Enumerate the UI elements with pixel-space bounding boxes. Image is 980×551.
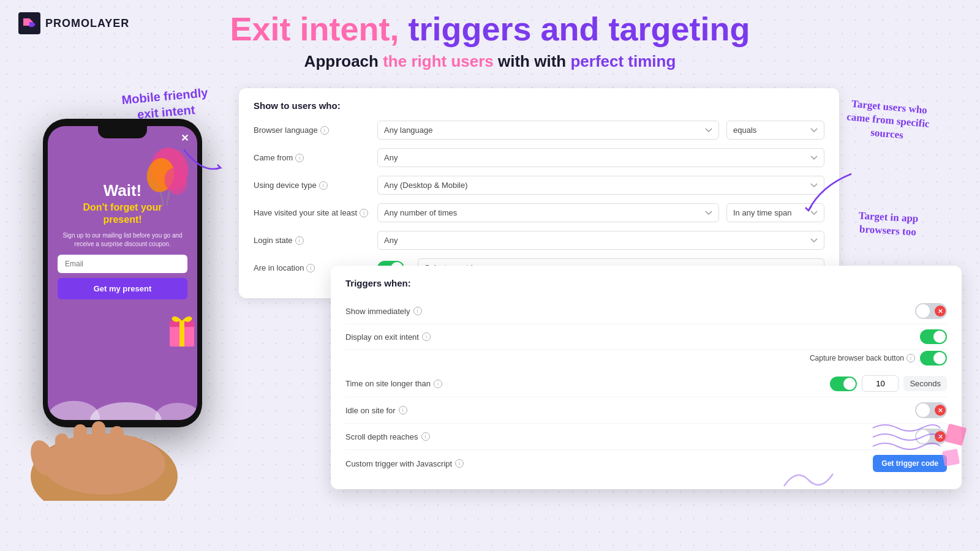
- svg-rect-20: [944, 424, 967, 446]
- phone-close-btn[interactable]: ✕: [181, 132, 189, 144]
- info-icon-back-button[interactable]: i: [907, 354, 915, 362]
- select-visit-count[interactable]: Any number of times: [377, 203, 719, 222]
- toggle-idle[interactable]: ✕: [915, 402, 947, 418]
- phone-desc: Sign up to our mailing list before you g…: [58, 231, 187, 249]
- info-icon-location[interactable]: i: [306, 264, 315, 272]
- info-icon-custom[interactable]: i: [455, 459, 464, 468]
- svg-rect-18: [129, 437, 140, 470]
- form-row-device-type: Using device type i Any (Desktop & Mobil…: [254, 176, 824, 195]
- users-panel-title: Show to users who:: [254, 100, 824, 111]
- wavy-decoration: [870, 419, 943, 455]
- info-icon-device[interactable]: i: [319, 181, 328, 190]
- phone-section: Mobile friendlyexit intent: [18, 94, 227, 427]
- info-icon-scroll-depth[interactable]: i: [421, 432, 430, 441]
- toggle-idle-controls: ✕: [915, 402, 947, 418]
- trigger-row-scroll-depth: Scroll depth reaches i ✕: [345, 424, 947, 450]
- toggle-show-immediately[interactable]: ✕: [915, 303, 947, 319]
- form-row-browser-language: Browser language i Any language equals: [254, 121, 824, 140]
- cloud-decoration: [48, 381, 197, 421]
- main-title: Exit intent, triggers and targeting: [0, 11, 980, 47]
- svg-rect-16: [92, 421, 105, 470]
- info-icon-exit-intent[interactable]: i: [422, 332, 431, 341]
- subtitle: Approach the right users with with perfe…: [0, 52, 980, 71]
- toggle-exit-intent-controls: [920, 329, 947, 344]
- trigger-row-time-on-site: Time on site longer than i Seconds: [345, 370, 947, 397]
- toggle-back-button[interactable]: [920, 351, 947, 365]
- trigger-row-custom-trigger: Custom trigger with Javascript i Get tri…: [345, 450, 947, 477]
- select-device[interactable]: Any (Desktop & Mobile): [377, 176, 824, 195]
- label-visited: Have visited your site at least i: [254, 208, 370, 217]
- phone-notch: [98, 126, 147, 138]
- toggle-time-controls: Seconds: [830, 375, 947, 392]
- svg-line-4: [167, 190, 170, 206]
- svg-point-19: [26, 437, 59, 479]
- logo: PROMOLAYER: [18, 12, 129, 34]
- subtitle-purple: perfect timing: [570, 52, 676, 70]
- time-input[interactable]: [862, 375, 899, 392]
- svg-rect-21: [942, 449, 960, 467]
- content-area: Mobile friendlyexit intent: [0, 76, 980, 504]
- annotation-target-app: Target in appbrowsers too: [826, 208, 950, 241]
- trigger-label-idle: Idle on site for i: [345, 406, 407, 415]
- label-back-button: Capture browser back button i: [810, 354, 915, 362]
- svg-point-12: [31, 433, 178, 501]
- custom-trigger-controls: Get trigger code: [873, 455, 947, 472]
- phone-email-input[interactable]: [58, 255, 187, 273]
- triggers-panel: Triggers when: Show immediately i ✕: [331, 266, 962, 489]
- info-icon-visited[interactable]: i: [360, 209, 368, 217]
- phone-screen: ✕ Wait! Don't forget your present! Sign …: [48, 126, 197, 420]
- subtitle-bold: with: [534, 52, 566, 70]
- info-icon-time-on-site[interactable]: i: [434, 380, 442, 388]
- logo-icon: [18, 12, 40, 34]
- trigger-label-time-on-site: Time on site longer than i: [345, 379, 442, 388]
- form-row-came-from: Came from i Any: [254, 148, 824, 167]
- label-browser-language: Browser language i: [254, 126, 370, 135]
- svg-point-11: [155, 403, 197, 421]
- trigger-label-show-immediately: Show immediately i: [345, 307, 422, 316]
- logo-text: PROMOLAYER: [45, 17, 129, 30]
- select-login-state[interactable]: Any: [377, 231, 824, 250]
- form-row-login-state: Login state i Any: [254, 231, 824, 250]
- toggle-exit-intent[interactable]: [920, 329, 947, 344]
- svg-rect-17: [110, 426, 124, 470]
- svg-rect-15: [74, 424, 87, 470]
- phone-cta-button[interactable]: Get my present: [58, 278, 187, 299]
- select-language[interactable]: Any language: [377, 121, 719, 140]
- label-login-state: Login state i: [254, 236, 370, 245]
- get-trigger-code-button[interactable]: Get trigger code: [873, 455, 947, 472]
- info-icon-idle[interactable]: i: [399, 406, 407, 414]
- svg-point-10: [90, 402, 162, 421]
- sub-row-back-button: Capture browser back button i: [345, 350, 947, 370]
- title-purple: triggers and targeting: [408, 10, 750, 47]
- trigger-label-scroll-depth: Scroll depth reaches i: [345, 432, 430, 441]
- trigger-label-custom: Custom trigger with Javascript i: [345, 459, 464, 468]
- bottom-wavy-decoration: [778, 443, 839, 492]
- annotation-target-sources: Target users whocame from specificsource…: [820, 95, 957, 147]
- triggers-panel-title: Triggers when:: [345, 278, 947, 288]
- svg-point-13: [43, 433, 165, 495]
- trigger-row-show-immediately: Show immediately i ✕: [345, 298, 947, 324]
- title-pink: Exit intent,: [230, 10, 399, 47]
- info-icon-came-from[interactable]: i: [295, 154, 304, 162]
- svg-line-5: [160, 192, 164, 206]
- label-device-type: Using device type i: [254, 181, 370, 190]
- svg-rect-14: [55, 433, 69, 470]
- mobile-arrow: [178, 143, 227, 180]
- subtitle-pink: the right users: [383, 52, 494, 70]
- select-equals[interactable]: equals: [726, 121, 824, 140]
- toggle-time-on-site[interactable]: [830, 377, 857, 391]
- subtitle-normal: Approach: [304, 52, 383, 70]
- subtitle-normal2: with: [494, 52, 534, 70]
- info-icon-browser[interactable]: i: [320, 126, 329, 135]
- pink-squares-decoration: [937, 422, 974, 474]
- info-icon-login[interactable]: i: [295, 236, 304, 245]
- select-came-from[interactable]: Any: [377, 148, 824, 167]
- svg-rect-8: [179, 321, 184, 347]
- trigger-row-exit-intent: Display on exit intent i: [345, 324, 947, 350]
- toggle-show-immediately-controls: ✕: [915, 303, 947, 319]
- mobile-annotation: Mobile friendlyexit intent: [109, 84, 222, 125]
- info-icon-show-immediately[interactable]: i: [413, 307, 422, 315]
- label-came-from: Came from i: [254, 153, 370, 162]
- trigger-row-idle: Idle on site for i ✕: [345, 397, 947, 424]
- page-header: PROMOLAYER Exit intent, triggers and tar…: [0, 0, 980, 76]
